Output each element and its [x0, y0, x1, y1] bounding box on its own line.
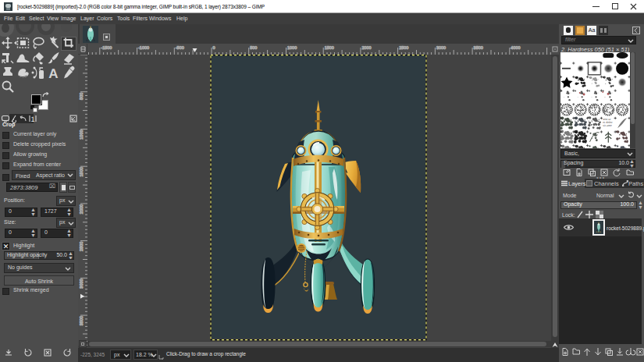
- svg-text:A: A: [48, 66, 58, 81]
- svg-text:4000: 4000: [511, 46, 520, 51]
- svg-text:2500: 2500: [399, 46, 408, 51]
- svg-text:2000: 2000: [80, 204, 85, 214]
- svg-text:1500: 1500: [325, 46, 334, 51]
- svg-text:0: 0: [213, 46, 215, 51]
- svg-text:-1500: -1500: [101, 46, 112, 51]
- svg-text:3500: 3500: [474, 46, 483, 51]
- svg-text:-500: -500: [176, 46, 184, 51]
- svg-text:3500: 3500: [80, 316, 85, 325]
- svg-text:500: 500: [80, 93, 85, 100]
- svg-text:-1000: -1000: [138, 46, 149, 51]
- svg-text:3000: 3000: [80, 279, 85, 288]
- svg-text:500: 500: [250, 46, 257, 51]
- svg-text:1: 1: [30, 115, 34, 123]
- svg-text:2500: 2500: [80, 242, 85, 251]
- svg-text:3000: 3000: [436, 46, 446, 51]
- svg-text:2000: 2000: [361, 46, 371, 51]
- svg-text:sit ame: sit ame: [603, 123, 612, 127]
- svg-text:1000: 1000: [80, 130, 85, 139]
- svg-text:1500: 1500: [80, 167, 85, 176]
- svg-text:1000: 1000: [287, 46, 297, 51]
